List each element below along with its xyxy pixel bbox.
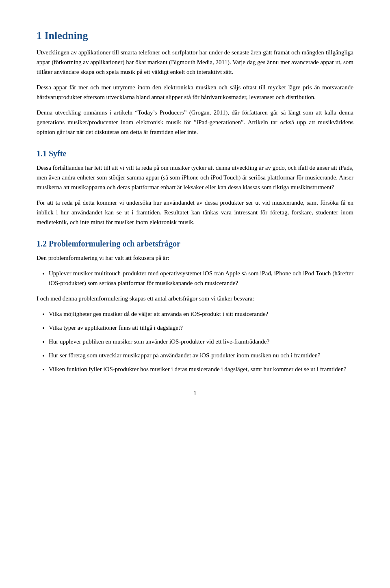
bullet-item-5: Hur ser företag som utvecklar musikappar… <box>49 350 353 360</box>
section-11-paragraph-2: För att ta reda på detta kommer vi under… <box>37 198 353 227</box>
heading-1-1: 1.1 Syfte <box>37 148 353 159</box>
intro-paragraph-3: Denna utveckling omnämns i artikeln “Tod… <box>37 108 353 137</box>
bullet-list-1: Upplever musiker multitouch-produkter me… <box>49 268 353 288</box>
section-12-paragraph-2: I och med denna problemformulering skapa… <box>37 294 353 303</box>
bullet-item-3: Vilka typer av applikationer finns att t… <box>49 323 353 333</box>
section-12-paragraph-1: Den problemformulering vi har valt att f… <box>37 253 353 263</box>
intro-paragraph-1: Utvecklingen av applikationer till smart… <box>37 48 353 77</box>
section-11-paragraph-1: Dessa förhållanden har lett till att vi … <box>37 163 353 192</box>
bullet-item-6: Vilken funktion fyller iOS-produkter hos… <box>49 364 353 374</box>
bullet-item-4: Hur upplever publiken en musiker som anv… <box>49 337 353 346</box>
page: 1 Inledning Utvecklingen av applikatione… <box>0 0 390 588</box>
bullet-list-2: Vilka möjligheter ges musiker då de välj… <box>49 309 353 374</box>
intro-paragraph-2: Dessa appar får mer och mer utrymme inom… <box>37 82 353 102</box>
page-number: 1 <box>37 390 353 397</box>
heading-1-2: 1.2 Problemformulering och arbetsfrågor <box>37 238 353 249</box>
bullet-item-2: Vilka möjligheter ges musiker då de välj… <box>49 309 353 319</box>
heading-1: 1 Inledning <box>37 29 353 42</box>
bullet-item-1: Upplever musiker multitouch-produkter me… <box>49 268 353 288</box>
